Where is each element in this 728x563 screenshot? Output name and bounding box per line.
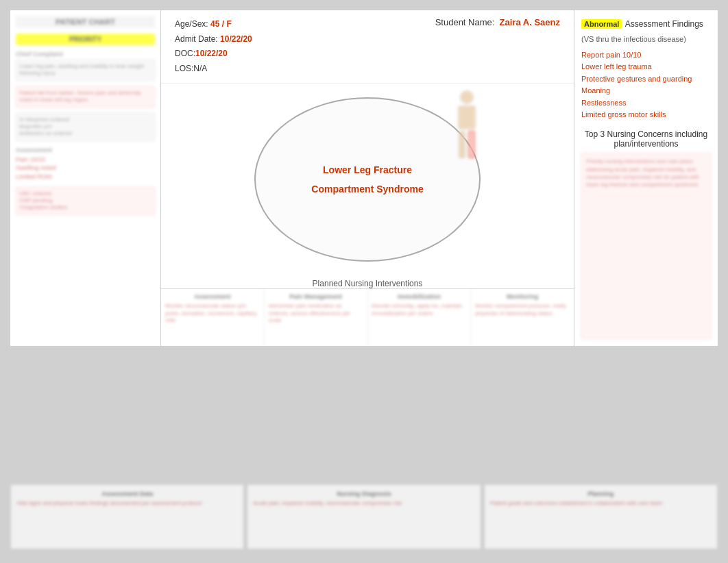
bottom-card-title-1: Assessment Data [16,490,238,497]
patient-info-right: Student Name: Zaira A. Saenz [435,17,560,27]
intervention-title-1: Assessment [165,293,260,300]
secondary-diagnosis: Compartment Syndrome [311,184,423,195]
intervention-cell-2: Pain Management Administer pain medicati… [265,289,368,346]
abnormal-badge: Abnormal [581,19,622,29]
sidebar-title: PATIENT CHART [16,16,155,28]
assessment-heading: Assessment Findings [625,19,703,29]
intervention-title-3: Immobilization [372,293,467,300]
body-legs [459,131,475,158]
finding-item: Lower left leg trauma [581,62,711,72]
nursing-concerns-title: Top 3 Nursing Concerns including plan/in… [581,129,711,149]
intervention-cell-4: Monitoring Monitor compartment pressure,… [471,289,574,346]
sidebar-block-2: Patient fell from ladder. Severe pain an… [16,86,155,108]
admit-row: Admit Date: 10/22/20 [175,32,252,47]
bottom-card-body-2: Acute pain, impaired mobility, neurovasc… [253,500,474,507]
nursing-concerns-block: Priority nursing interventions and care … [581,153,711,339]
age-sex-label: Age/Sex: [175,19,208,29]
doc-value: 10/22/20 [195,49,228,58]
left-sidebar: PATIENT CHART PRIORITY Chief Complaint L… [10,10,161,346]
body-head [460,90,474,104]
sidebar-highlight: PRIORITY [16,34,155,45]
interventions-row: Assessment Monitor neurovascular status … [161,288,574,346]
assessment-header: Abnormal Assessment Findings [581,17,711,29]
intervention-body-2: Administer pain medication as ordered, a… [269,303,363,324]
finding-item: Protective gestures and guarding [581,74,711,84]
los-label: LOS: [175,64,193,73]
age-sex-row: Age/Sex: 45 / F [175,17,252,32]
admit-value: 10/22/20 [220,34,252,44]
finding-item: Limited gross motor skills [581,110,711,120]
assessment-sub: (VS thru the infectious disease) [581,35,711,43]
intervention-body-3: Elevate extremity, apply ice, maintain i… [372,303,467,317]
student-name: Zaira A. Saenz [500,17,560,27]
sidebar-block-3: IV Morphine orderedIbuprofen prnAntibiot… [16,113,155,141]
bottom-card-2: Nursing Diagnosis Acute pain, impaired m… [247,484,481,549]
bottom-card-body-3: Patient goals and outcomes established i… [490,500,712,507]
age-sex-value: 45 / F [210,19,232,29]
planned-interventions-label: Planned Nursing Interventions [313,279,423,288]
sidebar-section-2: Patient fell from ladder. Severe pain an… [16,86,155,108]
findings-list: Report pain 10/10Lower left leg traumaPr… [581,50,711,120]
los-row: LOS:N/A [175,62,252,77]
doc-row: DOC:10/22/20 [175,47,252,62]
patient-info: Age/Sex: 45 / F Admit Date: 10/22/20 DOC… [161,10,574,84]
bottom-card-title-3: Planning [490,490,712,497]
sidebar-label-1: Chief Complaint [16,51,155,58]
finding-item: Restlessness [581,98,711,108]
bottom-card-title-2: Nursing Diagnosis [253,490,474,497]
sidebar-section-5: CBC orderedCMP pendingCoagulation studie… [16,187,155,215]
bottom-card-3: Planning Patient goals and outcomes esta… [484,484,718,549]
intervention-cell-1: Assessment Monitor neurovascular status … [161,289,265,346]
sidebar-section-1: Chief Complaint Lower leg pain, swelling… [16,51,155,81]
main-card: PATIENT CHART PRIORITY Chief Complaint L… [10,10,718,346]
body-diagram: Lower Leg Fracture Compartment Syndrome [241,84,494,275]
bottom-card-body-1: Vital signs and physical exam findings d… [16,500,238,507]
diagram-area: Lower Leg Fracture Compartment Syndrome … [161,84,574,288]
admit-label: Admit Date: [175,34,218,44]
sidebar-label-4: Assessment [16,147,155,153]
finding-item: Report pain 10/10 [581,50,711,60]
bottom-cards: Assessment Data Vital signs and physical… [10,484,718,549]
doc-label: DOC: [175,49,195,58]
intervention-cell-3: Immobilization Elevate extremity, apply … [368,289,472,346]
center-area: Age/Sex: 45 / F Admit Date: 10/22/20 DOC… [161,10,574,346]
intervention-body-4: Monitor compartment pressure, notify phy… [475,303,570,317]
sidebar-text-pink: Pain 10/10 Swelling noted Limited ROM [16,155,155,182]
bottom-card-1: Assessment Data Vital signs and physical… [10,484,244,549]
sidebar-block-5: CBC orderedCMP pendingCoagulation studie… [16,187,155,215]
intervention-body-1: Monitor neurovascular status q1h pulse, … [165,303,260,324]
body-figure [446,90,487,173]
body-torso [458,105,476,129]
sidebar-section-4: Assessment Pain 10/10 Swelling noted Lim… [16,147,155,182]
primary-diagnosis: Lower Leg Fracture [323,164,412,175]
patient-info-left: Age/Sex: 45 / F Admit Date: 10/22/20 DOC… [175,17,252,76]
intervention-title-4: Monitoring [475,293,570,300]
body-leg-right [459,131,465,158]
los-value: N/A [193,64,207,73]
student-label: Student Name: [435,17,495,27]
sidebar-section-3: IV Morphine orderedIbuprofen prnAntibiot… [16,113,155,141]
finding-item: Moaning [581,86,711,96]
right-sidebar: Abnormal Assessment Findings (VS thru th… [574,10,718,346]
body-leg-left [468,131,475,158]
intervention-title-2: Pain Management [269,293,363,300]
sidebar-block-1: Lower leg pain, swelling and inability t… [16,60,155,81]
